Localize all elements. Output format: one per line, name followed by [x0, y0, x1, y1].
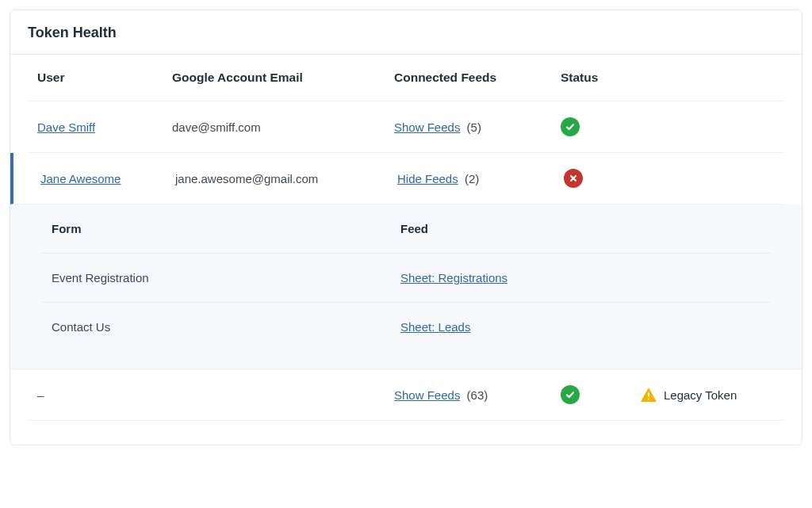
inner-col-header-form: Form — [52, 222, 400, 235]
legacy-token-label: Legacy Token — [664, 388, 737, 402]
feed-count: (5) — [467, 120, 481, 134]
user-link[interactable]: Jane Awesome — [40, 172, 121, 185]
warning-icon — [640, 387, 657, 403]
user-link[interactable]: Dave Smiff — [37, 120, 95, 134]
form-name: Event Registration — [52, 271, 400, 285]
col-header-feeds: Connected Feeds — [394, 71, 561, 85]
status-error-icon — [564, 169, 583, 188]
status-ok-icon — [561, 117, 580, 136]
inner-header-row: Form Feed — [42, 204, 770, 254]
table-row: Jane Awesome jane.awesome@gmail.com Hide… — [10, 153, 784, 204]
inner-col-header-feed: Feed — [400, 222, 760, 235]
user-email: jane.awesome@gmail.com — [175, 172, 397, 185]
token-health-card: Token Health User Google Account Email C… — [10, 10, 802, 445]
col-header-status: Status — [561, 71, 640, 85]
user-email: dave@smiff.com — [172, 120, 394, 134]
feed-link[interactable]: Sheet: Registrations — [400, 271, 508, 285]
feed-count: (2) — [465, 172, 479, 185]
toggle-feeds-link[interactable]: Hide Feeds — [397, 172, 458, 185]
card-header: Token Health — [10, 10, 802, 55]
col-header-user: User — [37, 71, 172, 85]
toggle-feeds-link[interactable]: Show Feeds — [394, 120, 460, 134]
table-row: Dave Smiff dave@smiff.com Show Feeds (5) — [28, 101, 784, 153]
inner-table-row: Event Registration Sheet: Registrations — [42, 254, 770, 303]
col-header-email: Google Account Email — [172, 71, 394, 85]
svg-rect-2 — [648, 392, 649, 396]
token-table: User Google Account Email Connected Feed… — [28, 55, 784, 421]
card-title: Token Health — [28, 25, 784, 41]
feed-count: (63) — [467, 388, 488, 402]
expanded-feeds-panel: Form Feed Event Registration Sheet: Regi… — [10, 204, 802, 369]
table-header-row: User Google Account Email Connected Feed… — [28, 55, 784, 101]
card-body: User Google Account Email Connected Feed… — [10, 55, 802, 445]
status-ok-icon — [561, 385, 580, 404]
inner-table-row: Contact Us Sheet: Leads — [42, 303, 770, 351]
user-placeholder: – — [37, 388, 172, 402]
toggle-feeds-link[interactable]: Show Feeds — [394, 388, 460, 402]
table-row: – Show Feeds (63) Legacy Token — [28, 369, 784, 421]
form-name: Contact Us — [52, 320, 400, 334]
feed-link[interactable]: Sheet: Leads — [400, 320, 470, 334]
svg-rect-3 — [648, 399, 649, 400]
